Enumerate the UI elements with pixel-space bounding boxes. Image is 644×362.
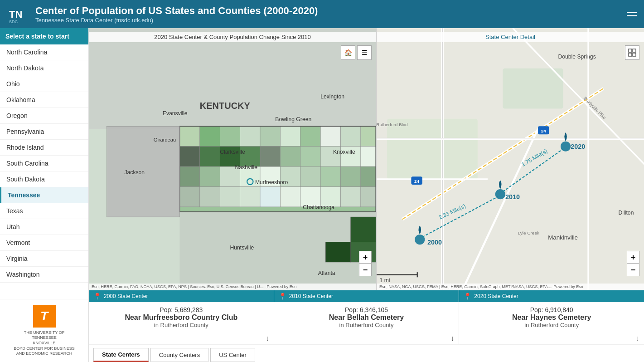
svg-text:2000: 2000 bbox=[427, 239, 442, 246]
svg-text:Girardeau: Girardeau bbox=[154, 137, 176, 142]
info-expand-2000[interactable]: ↓ bbox=[265, 333, 270, 343]
svg-rect-23 bbox=[300, 147, 320, 166]
svg-rect-45 bbox=[341, 187, 361, 207]
svg-text:Chattanooga: Chattanooga bbox=[303, 204, 334, 210]
svg-rect-49 bbox=[351, 217, 376, 242]
info-cards-row: 📍 2000 State Center Pop: 5,689,283 Near … bbox=[89, 290, 644, 344]
info-pop-2000: Pop: 5,689,283 bbox=[160, 306, 203, 313]
svg-rect-26 bbox=[361, 147, 376, 166]
zoom-out-button[interactable]: − bbox=[359, 264, 372, 276]
sidebar-item-washington[interactable]: Washington bbox=[0, 267, 88, 283]
info-card-2020-label: 2020 State Center bbox=[474, 293, 518, 299]
sidebar-item-virginia[interactable]: Virginia bbox=[0, 251, 88, 267]
svg-rect-42 bbox=[280, 187, 300, 207]
svg-rect-34 bbox=[320, 166, 340, 186]
svg-text:Jackson: Jackson bbox=[124, 169, 145, 176]
svg-rect-12 bbox=[280, 126, 300, 146]
info-card-2000-label: 2000 State Center bbox=[104, 293, 148, 299]
svg-text:Evansville: Evansville bbox=[163, 110, 188, 117]
svg-rect-17 bbox=[179, 147, 199, 166]
sidebar-item-north-dakota[interactable]: North Dakota bbox=[0, 60, 88, 76]
home-button[interactable]: 🏠 bbox=[341, 45, 355, 60]
sidebar-item-vermont[interactable]: Vermont bbox=[0, 235, 88, 251]
svg-text:Clarksville: Clarksville bbox=[220, 149, 245, 155]
svg-rect-4 bbox=[89, 28, 376, 129]
list-button[interactable]: ☰ bbox=[357, 45, 372, 60]
svg-text:2010: 2010 bbox=[505, 193, 520, 201]
tab-us-center[interactable]: US Center bbox=[210, 348, 255, 362]
svg-rect-40 bbox=[240, 187, 260, 207]
left-map-canvas[interactable]: KENTUCKY bbox=[89, 28, 376, 290]
sidebar-item-texas[interactable]: Texas bbox=[0, 203, 88, 219]
svg-rect-16 bbox=[361, 126, 376, 146]
svg-text:2020: 2020 bbox=[571, 143, 585, 150]
sidebar-select-prompt[interactable]: Select a state to start bbox=[0, 28, 88, 44]
sidebar-item-south-carolina[interactable]: South Carolina bbox=[0, 156, 88, 171]
info-card-2020-body: Pop: 6,910,840 Near Haynes Cemetery in R… bbox=[459, 302, 644, 333]
svg-text:Mankinville: Mankinville bbox=[548, 234, 578, 241]
grid-view-button[interactable] bbox=[625, 45, 639, 60]
sidebar-item-utah[interactable]: Utah bbox=[0, 219, 88, 235]
svg-rect-38 bbox=[200, 187, 220, 207]
sidebar-item-pennsylvania[interactable]: Pennsylvania bbox=[0, 124, 88, 140]
svg-rect-27 bbox=[179, 166, 199, 186]
info-card-2010: 📍 2010 State Center Pop: 6,346,105 Near … bbox=[274, 290, 460, 344]
svg-text:Nashville: Nashville bbox=[235, 164, 258, 171]
svg-rect-7 bbox=[179, 126, 199, 146]
tab-state-centers[interactable]: State Centers bbox=[93, 348, 149, 362]
info-card-2000-body: Pop: 5,689,283 Near Murfreesboro Country… bbox=[89, 302, 274, 333]
svg-rect-28 bbox=[200, 166, 220, 186]
right-map-panel: State Center Detail bbox=[377, 28, 644, 290]
hamburger-menu[interactable] bbox=[627, 12, 637, 16]
sidebar-item-ohio[interactable]: Ohio bbox=[0, 76, 88, 92]
sidebar: Select a state to start North Carolina N… bbox=[0, 28, 89, 362]
sidebar-item-north-carolina[interactable]: North Carolina bbox=[0, 44, 88, 60]
right-zoom-in-button[interactable]: + bbox=[627, 251, 639, 264]
svg-text:Lexington: Lexington bbox=[320, 93, 344, 100]
info-expand-2010[interactable]: ↓ bbox=[450, 333, 455, 343]
app-subtitle: Tennessee State Data Center (tnsdc.utk.e… bbox=[35, 17, 318, 24]
info-card-2010-body: Pop: 6,346,105 Near Bellah Cemetery in R… bbox=[274, 302, 459, 333]
zoom-in-button[interactable]: + bbox=[359, 251, 372, 264]
svg-rect-8 bbox=[200, 126, 220, 146]
sidebar-item-oregon[interactable]: Oregon bbox=[0, 108, 88, 124]
svg-text:Knoxville: Knoxville bbox=[333, 149, 355, 155]
right-zoom-controls: + − bbox=[627, 251, 639, 276]
sidebar-item-rhode-island[interactable]: Rhode Island bbox=[0, 140, 88, 156]
svg-rect-106 bbox=[633, 49, 636, 52]
pin-icon-2020: 📍 bbox=[464, 293, 471, 300]
svg-text:Lyle Creek: Lyle Creek bbox=[518, 230, 539, 235]
info-expand-2020[interactable]: ↓ bbox=[635, 333, 640, 343]
svg-rect-9 bbox=[220, 126, 240, 146]
sidebar-item-oklahoma[interactable]: Oklahoma bbox=[0, 92, 88, 108]
svg-text:24: 24 bbox=[414, 179, 420, 184]
sidebar-item-tennessee[interactable]: Tennessee bbox=[0, 187, 88, 203]
info-name-2000: Near Murfreesboro Country Club bbox=[125, 313, 237, 322]
svg-point-103 bbox=[561, 142, 571, 152]
svg-rect-43 bbox=[300, 187, 320, 207]
right-map-title: State Center Detail bbox=[377, 32, 644, 42]
pin-icon-2010: 📍 bbox=[279, 293, 286, 300]
right-map-canvas[interactable]: Mankinville Double Springs Dillton E Mai… bbox=[377, 28, 644, 290]
right-zoom-out-button[interactable]: − bbox=[627, 264, 639, 276]
info-card-2010-label: 2010 State Center bbox=[289, 293, 333, 299]
info-card-2000: 📍 2000 State Center Pop: 5,689,283 Near … bbox=[89, 290, 274, 344]
main-layout: Select a state to start North Carolina N… bbox=[0, 28, 644, 362]
svg-rect-46 bbox=[361, 187, 376, 207]
left-map-title: 2020 State Center & County Population Ch… bbox=[89, 32, 376, 42]
svg-text:TN: TN bbox=[9, 9, 22, 20]
left-map-attribution: Esri, HERE, Garmin, FAO, NOAA, USGS, EPA… bbox=[89, 284, 376, 290]
svg-rect-105 bbox=[629, 49, 632, 52]
svg-rect-69 bbox=[503, 68, 563, 109]
svg-rect-11 bbox=[260, 126, 280, 146]
tnsdc-logo: TN SDC bbox=[7, 4, 29, 24]
tab-county-centers[interactable]: County Centers bbox=[150, 348, 208, 362]
svg-rect-35 bbox=[341, 166, 361, 186]
ut-logo-letter: T bbox=[33, 305, 56, 328]
sidebar-item-south-dakota[interactable]: South Dakota bbox=[0, 171, 88, 187]
info-card-2010-header: 📍 2010 State Center bbox=[274, 290, 459, 302]
university-logo: T THE UNIVERSITY OF TENNESSEE KNOXVILLE … bbox=[0, 299, 88, 362]
svg-rect-15 bbox=[341, 126, 361, 146]
left-map-panel: 2020 State Center & County Population Ch… bbox=[89, 28, 377, 290]
svg-text:Double Springs: Double Springs bbox=[558, 54, 596, 60]
